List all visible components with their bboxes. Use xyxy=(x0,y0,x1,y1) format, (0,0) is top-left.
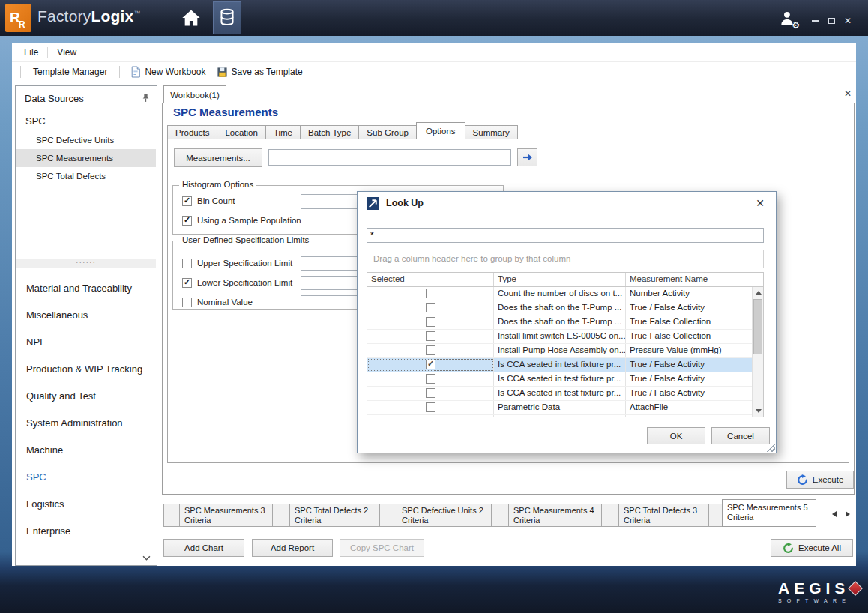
criteria-scroll-right-button[interactable] xyxy=(843,507,853,521)
row-checkbox[interactable] xyxy=(426,289,435,298)
sidebar-item-spc-total-defects[interactable]: SPC Total Defects xyxy=(16,167,156,185)
scrollbar-up-button[interactable] xyxy=(753,287,764,298)
save-as-template-button[interactable]: Save as Template xyxy=(211,64,308,80)
table-row[interactable]: Parametric Data AttachFile xyxy=(367,401,752,415)
scrollbar-down-button[interactable] xyxy=(753,405,764,417)
column-header-selected[interactable]: Selected xyxy=(367,273,494,286)
template-manager-button[interactable]: Template Manager xyxy=(28,64,112,79)
window-minimize-button[interactable] xyxy=(808,14,822,28)
new-workbook-button[interactable]: New Workbook xyxy=(125,64,211,80)
scrollbar-thumb[interactable] xyxy=(753,299,762,354)
table-scrollbar[interactable] xyxy=(752,287,763,417)
window-close-button[interactable]: ✕ xyxy=(841,14,855,28)
new-workbook-icon xyxy=(130,66,141,78)
criteria-tab-stub[interactable] xyxy=(708,504,723,527)
table-row[interactable]: Install limit switch ES-0005C on... True… xyxy=(367,330,752,344)
chevron-down-icon[interactable] xyxy=(142,555,151,561)
criteria-tab-spc-defective-units-2[interactable]: SPC Defective Units 2Criteria xyxy=(397,504,492,527)
sample-population-checkbox[interactable] xyxy=(182,216,192,226)
criteria-tab-spc-total-defects-3[interactable]: SPC Total Defects 3Criteria xyxy=(618,504,709,527)
cancel-button[interactable]: Cancel xyxy=(711,427,770,444)
toolbar-grip[interactable] xyxy=(20,66,22,78)
criteria-tab-stub[interactable] xyxy=(379,504,397,527)
row-checkbox[interactable] xyxy=(426,331,435,341)
table-row[interactable] xyxy=(367,415,752,417)
criteria-tab-spc-measurements-5[interactable]: SPC Measurements 5Criteria xyxy=(722,499,816,527)
criteria-tab-spc-measurements-3[interactable]: SPC Measurements 3Criteria xyxy=(179,504,273,527)
lookup-close-icon[interactable]: ✕ xyxy=(753,196,767,210)
toolbar-grip[interactable] xyxy=(118,66,120,78)
workbook-close-icon[interactable]: ✕ xyxy=(841,87,855,100)
nominal-value-checkbox[interactable] xyxy=(182,298,192,307)
row-checkbox[interactable] xyxy=(426,402,435,412)
tab-time[interactable]: Time xyxy=(265,125,301,139)
table-row[interactable]: Count the number of discs on t... Number… xyxy=(367,287,752,301)
criteria-tab-spc-measurements-4[interactable]: SPC Measurements 4Criteria xyxy=(508,504,602,527)
measurements-input[interactable] xyxy=(268,149,511,166)
sidebar-item-logistics[interactable]: Logistics xyxy=(16,491,156,518)
criteria-tab-stub[interactable] xyxy=(601,504,619,527)
measurements-go-button[interactable] xyxy=(517,148,537,166)
sidebar-item-spc[interactable]: SPC xyxy=(16,464,156,491)
tab-options[interactable]: Options xyxy=(416,122,465,139)
tab-summary[interactable]: Summary xyxy=(465,125,518,139)
execute-button[interactable]: Execute xyxy=(786,471,854,489)
sidebar-item-spc-defective-units[interactable]: SPC Defective Units xyxy=(16,131,156,149)
row-checkbox[interactable] xyxy=(426,360,435,369)
row-checkbox[interactable] xyxy=(426,317,435,327)
measurements-button[interactable]: Measurements... xyxy=(174,148,262,167)
lookup-dialog-title: Look Up xyxy=(386,198,424,208)
sidebar-item-production-wip-tracking[interactable]: Production & WIP Tracking xyxy=(16,356,156,383)
table-row[interactable]: Does the shaft on the T-Pump ... True Fa… xyxy=(367,315,752,330)
table-row[interactable]: Does the shaft on the T-Pump ... True / … xyxy=(367,301,752,315)
menu-file[interactable]: File xyxy=(16,45,46,60)
criteria-tab-stub[interactable] xyxy=(272,504,290,527)
upper-spec-limit-checkbox[interactable] xyxy=(182,259,192,268)
sidebar-item-material-and-traceability[interactable]: Material and Traceability xyxy=(16,275,156,302)
tab-location[interactable]: Location xyxy=(217,125,265,139)
table-row[interactable]: Is CCA seated in test fixture pr... True… xyxy=(367,372,752,387)
user-settings-button[interactable]: ⚙ xyxy=(775,6,801,31)
column-header-type[interactable]: Type xyxy=(494,273,626,286)
workbook-library-button[interactable] xyxy=(213,1,241,34)
sidebar-item-miscellaneous[interactable]: Miscellaneous xyxy=(16,302,156,329)
criteria-tab-spc-total-defects-2[interactable]: SPC Total Defects 2Criteria xyxy=(289,504,380,527)
window-maximize-button[interactable] xyxy=(825,14,838,28)
lower-spec-limit-checkbox[interactable] xyxy=(182,278,192,288)
table-row[interactable]: Is CCA seated in test fixture pr... True… xyxy=(367,387,752,401)
sidebar-item-machine[interactable]: Machine xyxy=(16,437,156,464)
pin-icon[interactable] xyxy=(141,93,151,103)
criteria-tab-stub[interactable] xyxy=(491,504,509,527)
add-chart-button[interactable]: Add Chart xyxy=(163,539,244,557)
tab-sub-group[interactable]: Sub Group xyxy=(358,125,417,139)
row-checkbox[interactable] xyxy=(426,345,435,355)
execute-all-button[interactable]: Execute All xyxy=(771,539,853,557)
sidebar-item-npi[interactable]: NPI xyxy=(16,329,156,356)
sidebar-item-spc-measurements[interactable]: SPC Measurements xyxy=(16,149,156,167)
sidebar-item-quality-and-test[interactable]: Quality and Test xyxy=(16,383,156,410)
sidebar-group-spc[interactable]: SPC xyxy=(25,115,46,127)
table-row[interactable]: Install Pump Hose Assembly on... Pressur… xyxy=(367,344,752,358)
table-row-selected[interactable]: Is CCA seated in test fixture pr... True… xyxy=(367,358,752,372)
menu-view[interactable]: View xyxy=(49,45,84,60)
lookup-filter-input[interactable] xyxy=(367,228,764,243)
row-checkbox[interactable] xyxy=(426,303,435,312)
add-report-button[interactable]: Add Report xyxy=(252,539,333,557)
group-by-drop-area[interactable]: Drag a column header here to group by th… xyxy=(367,250,764,268)
row-checkbox[interactable] xyxy=(426,388,435,398)
sidebar-item-enterprise[interactable]: Enterprise xyxy=(16,518,156,545)
tab-products[interactable]: Products xyxy=(167,125,217,139)
row-checkbox[interactable] xyxy=(426,374,435,384)
bin-count-checkbox[interactable] xyxy=(182,196,192,206)
tab-batch-type[interactable]: Batch Type xyxy=(300,125,359,139)
lookup-dialog-titlebar[interactable]: Look Up ✕ xyxy=(358,192,776,214)
ok-button[interactable]: OK xyxy=(647,427,705,444)
sidebar-splitter[interactable]: ...... xyxy=(16,259,156,268)
column-header-measurement-name[interactable]: Measurement Name xyxy=(626,273,763,286)
criteria-tab-stub[interactable] xyxy=(163,504,180,527)
workbook-tab[interactable]: Workbook(1) xyxy=(163,85,226,103)
row-checkbox[interactable] xyxy=(426,417,435,417)
sidebar-item-system-administration[interactable]: System Administration xyxy=(16,410,156,437)
home-button[interactable] xyxy=(178,6,205,30)
criteria-scroll-left-button[interactable] xyxy=(829,507,840,521)
